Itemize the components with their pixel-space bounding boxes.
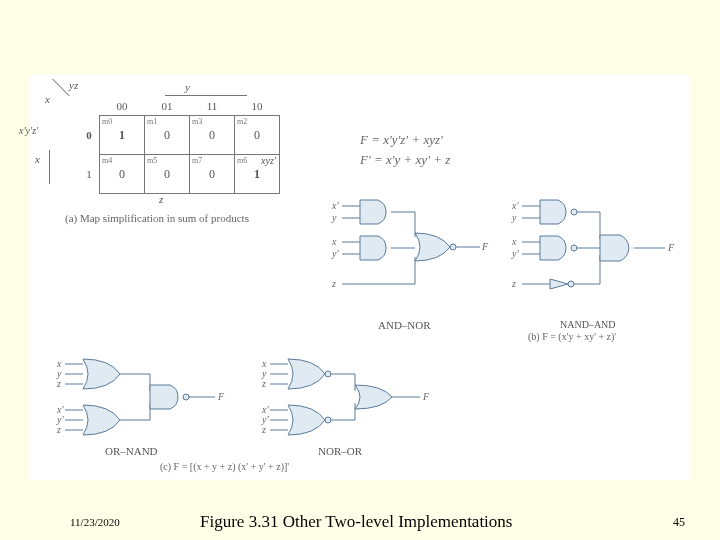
caption-c: (c) F = [(x + y + z) (x' + y' + z)]' bbox=[160, 461, 289, 472]
kmap-cell: m20 bbox=[235, 116, 280, 155]
svg-text:z: z bbox=[331, 278, 336, 289]
svg-point-29 bbox=[568, 281, 574, 287]
content-area: x yz 00 01 11 10 0 m01 m10 m30 m20 1 m40… bbox=[30, 75, 690, 480]
kmap-cell: m01 bbox=[100, 116, 145, 155]
svg-point-26 bbox=[571, 245, 577, 251]
footer-date: 11/23/2020 bbox=[70, 516, 120, 528]
kmap: x yz 00 01 11 10 0 m01 m10 m30 m20 1 m40… bbox=[55, 85, 280, 224]
kmap-cell: m50 bbox=[145, 155, 190, 194]
kmap-col-00: 00 bbox=[100, 97, 145, 116]
eq-F: F = x'y'z' + xyz' bbox=[360, 130, 450, 150]
caption-b: (b) F = (x'y + xy' + z)' bbox=[528, 331, 616, 342]
kmap-cell: m10 bbox=[145, 116, 190, 155]
svg-point-69 bbox=[325, 417, 331, 423]
equations: F = x'y'z' + xyz' F' = x'y + xy' + z bbox=[360, 130, 450, 169]
svg-point-62 bbox=[325, 371, 331, 377]
kmap-cell: m40 bbox=[100, 155, 145, 194]
svg-text:y': y' bbox=[511, 248, 519, 259]
kmap-row-0: 0 bbox=[79, 116, 100, 155]
svg-text:x': x' bbox=[331, 200, 339, 211]
kmap-cell: m70 bbox=[190, 155, 235, 194]
kmap-xvar: x bbox=[45, 93, 50, 105]
svg-text:x: x bbox=[331, 236, 337, 247]
svg-point-53 bbox=[183, 394, 189, 400]
kmap-x-brace: x bbox=[35, 153, 40, 165]
nand-and-circuit: x' y x y' z F bbox=[510, 195, 680, 315]
svg-text:F: F bbox=[422, 391, 430, 402]
svg-text:y: y bbox=[331, 212, 337, 223]
nand-and-label: NAND–AND bbox=[560, 319, 616, 330]
svg-text:y': y' bbox=[331, 248, 339, 259]
and-nor-label: AND–NOR bbox=[378, 319, 431, 331]
or-nand-label: OR–NAND bbox=[105, 445, 158, 457]
kmap-col-01: 01 bbox=[145, 97, 190, 116]
svg-text:z: z bbox=[261, 424, 266, 435]
kmap-col-11: 11 bbox=[190, 97, 235, 116]
and-nor-circuit: x' y x y' z F bbox=[330, 195, 490, 315]
kmap-yzvar: yz bbox=[69, 79, 78, 91]
kmap-caption: (a) Map simplification in sum of product… bbox=[65, 212, 280, 224]
svg-text:y: y bbox=[511, 212, 517, 223]
svg-text:F: F bbox=[217, 391, 225, 402]
svg-text:z: z bbox=[56, 424, 61, 435]
kmap-row-1: 1 bbox=[79, 155, 100, 194]
svg-text:F: F bbox=[481, 241, 489, 252]
kmap-right-brace: xyz' bbox=[261, 155, 276, 166]
svg-text:z: z bbox=[56, 378, 61, 389]
svg-text:F: F bbox=[667, 242, 675, 253]
svg-point-21 bbox=[571, 209, 577, 215]
page-number: 45 bbox=[673, 515, 685, 530]
kmap-z-brace: z bbox=[159, 193, 163, 205]
kmap-col-10: 10 bbox=[235, 97, 280, 116]
svg-point-14 bbox=[450, 244, 456, 250]
svg-text:x': x' bbox=[511, 200, 519, 211]
svg-text:x: x bbox=[511, 236, 517, 247]
eq-Fp: F' = x'y + xy' + z bbox=[360, 150, 450, 170]
kmap-cell: m30 bbox=[190, 116, 235, 155]
svg-text:z: z bbox=[261, 378, 266, 389]
svg-text:z: z bbox=[511, 278, 516, 289]
figure-caption: Figure 3.31 Other Two-level Implementati… bbox=[200, 512, 512, 532]
kmap-left-brace: x'y'z' bbox=[19, 125, 38, 136]
nor-or-label: NOR–OR bbox=[318, 445, 362, 457]
